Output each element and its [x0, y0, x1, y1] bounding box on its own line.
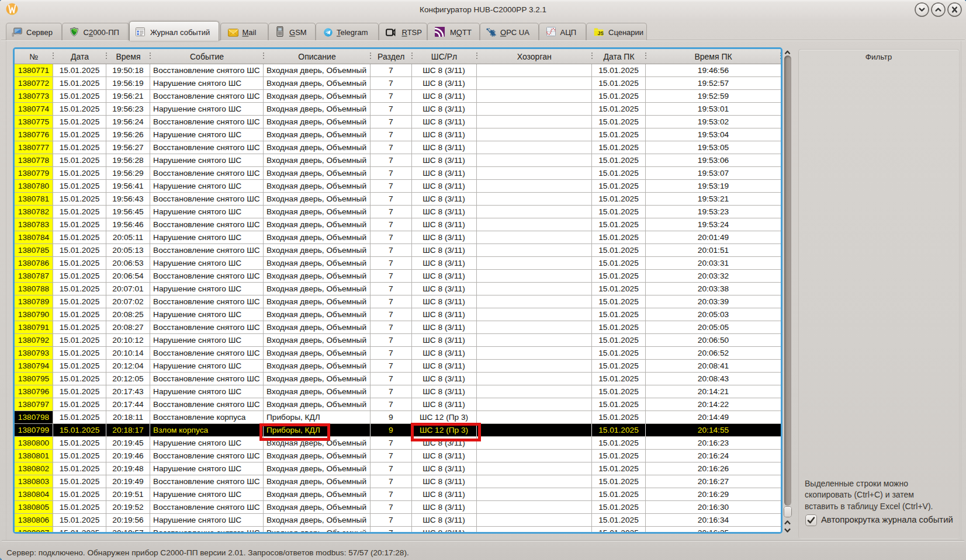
svg-text:JS: JS: [597, 30, 603, 36]
